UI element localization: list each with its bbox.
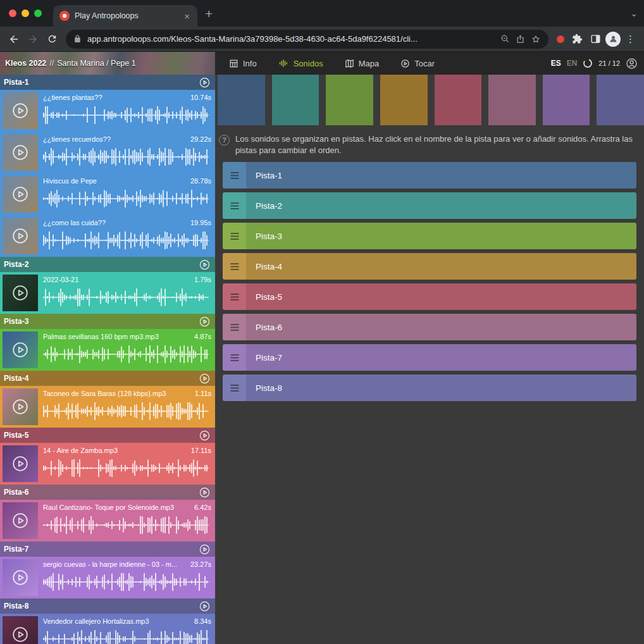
track-row[interactable]: Pista-5 xyxy=(223,283,636,310)
track-play-button[interactable] xyxy=(199,373,210,384)
track-color-swatch[interactable] xyxy=(380,75,428,125)
sound-item[interactable]: ¿¿como las cuida??19.95s xyxy=(0,215,215,257)
nav-tab-info[interactable]: Info xyxy=(229,59,257,68)
sound-item[interactable]: 2022-03-211.79s xyxy=(0,272,215,314)
sound-item[interactable]: ¿¿tienes recuerdos??29.22s xyxy=(0,132,215,173)
track-play-button[interactable] xyxy=(199,544,210,555)
sound-item[interactable]: Vendedor callejero Hortalizas.mp38.34s xyxy=(0,614,215,644)
sound-item[interactable]: sergio cuevas - la harpe indienne - 03 -… xyxy=(0,557,215,598)
sound-item[interactable]: 14 - Aire de Zamba.mp317.11s xyxy=(0,443,215,485)
drag-handle-icon[interactable] xyxy=(223,192,246,219)
tab-close-icon[interactable]: × xyxy=(183,11,191,21)
sound-play-button[interactable] xyxy=(3,331,38,368)
lang-toggle-en[interactable]: EN xyxy=(567,59,578,68)
breadcrumb[interactable]: Kleos 2022//Santa Marina / Pepe 1 xyxy=(0,52,215,75)
track-row-label[interactable]: Pista-1 xyxy=(246,162,636,189)
sound-play-button[interactable] xyxy=(3,275,38,311)
track-header[interactable]: Pista-4 xyxy=(0,371,215,386)
zoom-icon[interactable] xyxy=(500,34,510,44)
profile-avatar[interactable] xyxy=(605,32,621,47)
track-header[interactable]: Pista-6 xyxy=(0,485,215,500)
close-window-button[interactable] xyxy=(9,9,16,17)
track-row-label[interactable]: Pista-2 xyxy=(246,192,636,219)
track-header[interactable]: Pista-5 xyxy=(0,428,215,443)
browser-tab[interactable]: Play Antropoloops × xyxy=(53,5,197,27)
track-color-swatch[interactable] xyxy=(435,75,482,125)
drag-handle-icon[interactable] xyxy=(223,223,246,249)
track-header[interactable]: Pista-7 xyxy=(0,542,215,557)
track-play-button[interactable] xyxy=(199,259,210,270)
extensions-puzzle-icon[interactable] xyxy=(569,34,586,44)
browser-menu-icon[interactable]: ⋮ xyxy=(622,34,639,45)
track-color-swatch[interactable] xyxy=(272,75,319,125)
sound-item[interactable]: Taconeo de Sara Baras (128 kbps).mp31.11… xyxy=(0,386,215,428)
user-account-icon[interactable] xyxy=(626,58,638,70)
address-bar[interactable]: app.antropoloops.com/Kleos-Santa-Marina/… xyxy=(66,30,548,49)
sound-thumbnail xyxy=(3,176,38,213)
track-color-swatch[interactable] xyxy=(543,75,590,125)
bookmark-star-icon[interactable] xyxy=(531,34,541,44)
track-row[interactable]: Pista-8 xyxy=(223,375,636,401)
track-play-button[interactable] xyxy=(199,77,210,88)
sound-item[interactable]: Raul Cantizano- Toque por Solenoide.mp36… xyxy=(0,500,215,542)
share-icon[interactable] xyxy=(516,34,525,44)
sound-play-button[interactable] xyxy=(3,559,38,596)
tab-search-chevron-icon[interactable]: ⌄ xyxy=(630,8,638,18)
nav-tab-sonidos[interactable]: Sonidos xyxy=(278,58,323,68)
sound-name: Hiviscus de Pepe xyxy=(43,177,187,185)
lang-toggle-es[interactable]: ES xyxy=(551,59,561,68)
drag-handle-icon[interactable] xyxy=(223,253,246,280)
track-row-label[interactable]: Pista-8 xyxy=(246,375,636,401)
track-header[interactable]: Pista-1 xyxy=(0,75,215,90)
drag-handle-icon[interactable] xyxy=(223,162,246,189)
track-play-button[interactable] xyxy=(199,430,210,441)
track-color-swatch[interactable] xyxy=(488,75,536,125)
sound-waveform xyxy=(43,101,211,129)
track-header[interactable]: Pista-3 xyxy=(0,314,215,329)
drag-handle-icon[interactable] xyxy=(223,314,246,340)
sound-play-button[interactable] xyxy=(3,134,38,171)
sound-play-button[interactable] xyxy=(3,176,38,213)
back-button[interactable] xyxy=(5,30,23,48)
nav-tab-mapa[interactable]: Mapa xyxy=(345,59,380,68)
track-row-label[interactable]: Pista-4 xyxy=(246,253,636,280)
track-row-label[interactable]: Pista-6 xyxy=(246,314,636,340)
track-row[interactable]: Pista-2 xyxy=(223,192,636,219)
track-play-button[interactable] xyxy=(199,601,210,612)
track-row[interactable]: Pista-3 xyxy=(223,223,636,249)
track-row[interactable]: Pista-4 xyxy=(223,253,636,280)
track-color-swatch[interactable] xyxy=(218,75,265,125)
reload-button[interactable] xyxy=(43,30,61,48)
drag-handle-icon[interactable] xyxy=(223,283,246,310)
track-row[interactable]: Pista-6 xyxy=(223,314,636,340)
track-color-swatch[interactable] xyxy=(597,75,644,125)
sound-play-button[interactable] xyxy=(3,388,38,425)
track-row[interactable]: Pista-7 xyxy=(223,344,636,371)
track-header[interactable]: Pista-8 xyxy=(0,598,215,614)
sound-item[interactable]: Hiviscus de Pepe28.78s xyxy=(0,173,215,215)
track-play-button[interactable] xyxy=(199,487,210,498)
recorder-extension-icon[interactable] xyxy=(554,35,567,43)
track-play-button[interactable] xyxy=(199,316,210,327)
sound-play-button[interactable] xyxy=(3,445,38,482)
drag-handle-icon[interactable] xyxy=(223,375,246,401)
track-row-label[interactable]: Pista-3 xyxy=(246,223,636,249)
track-color-swatch[interactable] xyxy=(326,75,373,125)
new-tab-button[interactable]: + xyxy=(205,7,213,20)
nav-tab-tocar[interactable]: Tocar xyxy=(400,59,435,68)
track-row-label[interactable]: Pista-5 xyxy=(246,283,636,310)
sound-play-button[interactable] xyxy=(3,616,38,644)
track-row-label[interactable]: Pista-7 xyxy=(246,344,636,371)
sound-play-button[interactable] xyxy=(3,502,38,539)
track-header[interactable]: Pista-2 xyxy=(0,257,215,272)
minimize-window-button[interactable] xyxy=(22,9,29,17)
drag-handle-icon[interactable] xyxy=(223,344,246,371)
fullscreen-window-button[interactable] xyxy=(34,9,42,17)
sound-item[interactable]: ¿¿tienes plantas??10.74s xyxy=(0,90,215,132)
sound-play-button[interactable] xyxy=(3,218,38,254)
forward-button[interactable] xyxy=(24,30,42,48)
track-row[interactable]: Pista-1 xyxy=(223,162,636,189)
side-panel-icon[interactable] xyxy=(587,34,604,44)
sound-play-button[interactable] xyxy=(3,92,38,129)
sound-item[interactable]: Palmas sevillanas 160 bpm mp3.mp34.87s xyxy=(0,329,215,371)
